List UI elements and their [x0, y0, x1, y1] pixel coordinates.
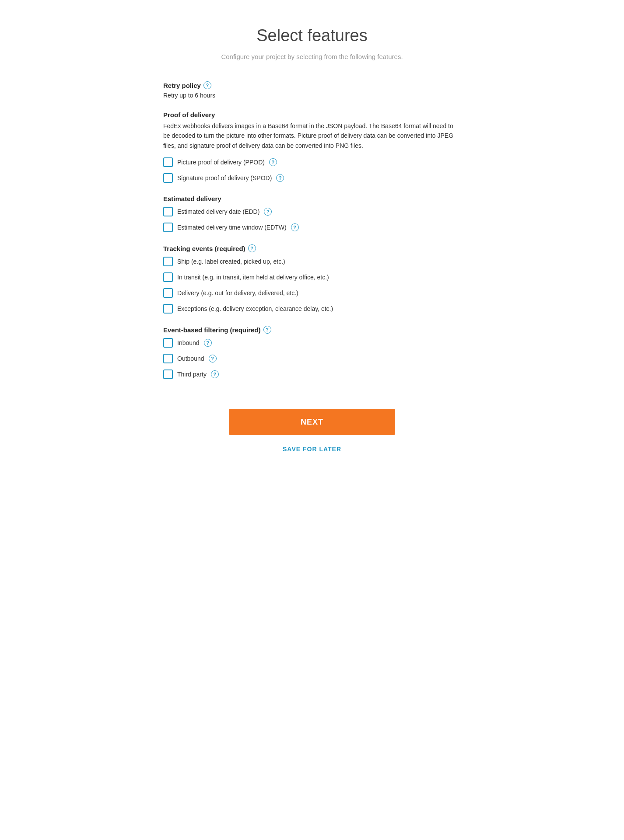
in-transit-checkbox[interactable]: [163, 272, 173, 282]
event-filtering-section: Event-based filtering (required) ? Inbou…: [163, 326, 461, 379]
page-container: Select features Configure your project b…: [163, 26, 461, 814]
edtw-checkbox-item[interactable]: Estimated delivery time window (EDTW) ?: [163, 223, 461, 232]
edtw-checkbox[interactable]: [163, 223, 173, 232]
in-transit-checkbox-item[interactable]: In transit (e.g. in transit, item held a…: [163, 272, 461, 282]
tracking-events-help-icon[interactable]: ?: [248, 244, 256, 252]
exceptions-checkbox[interactable]: [163, 304, 173, 314]
inbound-help-icon[interactable]: ?: [204, 339, 212, 347]
in-transit-label: In transit (e.g. in transit, item held a…: [177, 274, 329, 281]
proof-of-delivery-section: Proof of delivery FedEx webhooks deliver…: [163, 111, 461, 183]
ppod-checkbox-item[interactable]: Picture proof of delivery (PPOD) ?: [163, 157, 461, 167]
inbound-checkbox[interactable]: [163, 338, 173, 348]
event-filtering-help-icon[interactable]: ?: [263, 326, 271, 334]
outbound-checkbox-item[interactable]: Outbound ?: [163, 354, 461, 363]
next-button[interactable]: NEXT: [229, 409, 395, 435]
proof-of-delivery-desc: FedEx webhooks delivers images in a Base…: [163, 121, 461, 150]
retry-policy-section: Retry policy ? Retry up to 6 hours: [163, 81, 461, 99]
outbound-help-icon[interactable]: ?: [209, 355, 217, 362]
ship-checkbox[interactable]: [163, 257, 173, 266]
event-filtering-checkboxes: Inbound ? Outbound ? Third party ?: [163, 338, 461, 379]
edtw-help-icon[interactable]: ?: [291, 223, 299, 231]
edd-help-icon[interactable]: ?: [264, 208, 272, 216]
edd-checkbox[interactable]: [163, 207, 173, 216]
page-subtitle: Configure your project by selecting from…: [221, 53, 403, 60]
estimated-delivery-section: Estimated delivery Estimated delivery da…: [163, 195, 461, 232]
page-title: Select features: [256, 26, 367, 45]
edtw-label: Estimated delivery time window (EDTW): [177, 224, 287, 231]
third-party-label: Third party: [177, 371, 207, 378]
ppod-label: Picture proof of delivery (PPOD): [177, 159, 265, 166]
spod-checkbox-item[interactable]: Signature proof of delivery (SPOD) ?: [163, 173, 461, 183]
outbound-label: Outbound: [177, 355, 204, 362]
delivery-checkbox[interactable]: [163, 288, 173, 298]
retry-policy-title: Retry policy ?: [163, 81, 461, 89]
tracking-events-title: Tracking events (required) ?: [163, 244, 461, 252]
ship-checkbox-item[interactable]: Ship (e.g. label created, picked up, etc…: [163, 257, 461, 266]
ppod-checkbox[interactable]: [163, 157, 173, 167]
third-party-checkbox[interactable]: [163, 369, 173, 379]
ppod-help-icon[interactable]: ?: [269, 158, 277, 166]
delivery-checkbox-item[interactable]: Delivery (e.g. out for delivery, deliver…: [163, 288, 461, 298]
ship-label: Ship (e.g. label created, picked up, etc…: [177, 258, 285, 265]
inbound-checkbox-item[interactable]: Inbound ?: [163, 338, 461, 348]
estimated-delivery-title: Estimated delivery: [163, 195, 461, 202]
delivery-label: Delivery (e.g. out for delivery, deliver…: [177, 289, 298, 296]
proof-of-delivery-checkboxes: Picture proof of delivery (PPOD) ? Signa…: [163, 157, 461, 183]
tracking-events-section: Tracking events (required) ? Ship (e.g. …: [163, 244, 461, 314]
exceptions-label: Exceptions (e.g. delivery exception, cle…: [177, 305, 333, 312]
edd-label: Estimated delivery date (EDD): [177, 208, 259, 215]
event-filtering-title: Event-based filtering (required) ?: [163, 326, 461, 334]
inbound-label: Inbound: [177, 339, 200, 346]
tracking-events-checkboxes: Ship (e.g. label created, picked up, etc…: [163, 257, 461, 314]
spod-help-icon[interactable]: ?: [276, 174, 284, 182]
estimated-delivery-checkboxes: Estimated delivery date (EDD) ? Estimate…: [163, 207, 461, 232]
exceptions-checkbox-item[interactable]: Exceptions (e.g. delivery exception, cle…: [163, 304, 461, 314]
spod-checkbox[interactable]: [163, 173, 173, 183]
third-party-checkbox-item[interactable]: Third party ?: [163, 369, 461, 379]
outbound-checkbox[interactable]: [163, 354, 173, 363]
retry-policy-help-icon[interactable]: ?: [203, 81, 211, 89]
save-for-later-link[interactable]: SAVE FOR LATER: [283, 446, 341, 453]
third-party-help-icon[interactable]: ?: [211, 370, 219, 378]
edd-checkbox-item[interactable]: Estimated delivery date (EDD) ?: [163, 207, 461, 216]
spod-label: Signature proof of delivery (SPOD): [177, 174, 272, 181]
retry-policy-value: Retry up to 6 hours: [163, 92, 461, 99]
proof-of-delivery-title: Proof of delivery: [163, 111, 461, 119]
